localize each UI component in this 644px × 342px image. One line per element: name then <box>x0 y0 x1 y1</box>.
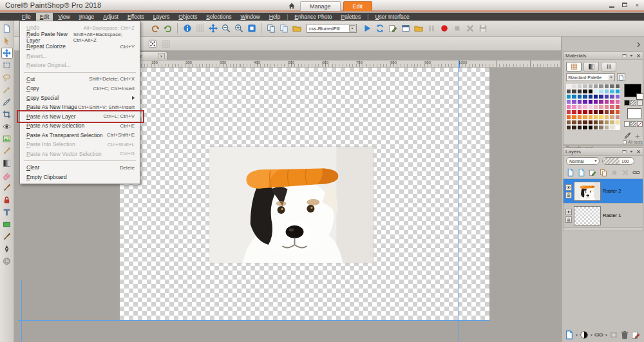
grid-icon[interactable] <box>194 23 205 34</box>
color-swatch[interactable] <box>609 104 614 109</box>
color-swatch[interactable] <box>593 94 598 99</box>
color-swatch[interactable] <box>588 84 593 89</box>
dropdown-caret-icon[interactable] <box>575 332 578 337</box>
menubar-item-objects[interactable]: Objects <box>175 13 201 21</box>
color-swatch[interactable] <box>615 109 620 115</box>
fg-pattern-style-icon[interactable] <box>637 100 643 106</box>
menu-item-paste-as-transparent-selection[interactable]: Paste As Transparent SelectionCtrl+Shift… <box>20 131 140 140</box>
menubar-item-view[interactable]: View <box>54 13 73 21</box>
layer-lock-icon[interactable] <box>565 192 572 198</box>
layer-row-raster-1[interactable]: Raster 1 <box>564 204 643 228</box>
new-vector-layer-icon[interactable] <box>576 167 586 177</box>
color-swatch[interactable] <box>609 125 614 130</box>
layer-opacity-slider[interactable]: 100 <box>602 157 634 165</box>
color-swatch[interactable] <box>582 125 587 130</box>
all-tools-checkbox-box[interactable] <box>623 140 627 144</box>
color-swatch[interactable] <box>615 104 620 109</box>
new-palette-page-icon[interactable] <box>617 73 625 81</box>
color-swatch[interactable] <box>598 99 603 104</box>
background-color-swatch[interactable] <box>627 108 641 119</box>
color-swatch[interactable] <box>582 109 587 115</box>
menu-item-copy[interactable]: CopyCtrl+C; Ctrl+Insert <box>20 84 140 93</box>
menu-item-paste-as-new-image[interactable]: Paste As New ImageCtrl+Shift+V; Shift+In… <box>20 102 140 112</box>
color-swatch[interactable] <box>566 115 571 120</box>
new-layer-icon[interactable] <box>564 330 574 340</box>
color-swatch[interactable] <box>598 94 603 99</box>
pan-tool[interactable] <box>1 23 13 34</box>
color-swatch[interactable] <box>571 120 576 125</box>
red-eye-tool[interactable] <box>1 121 13 132</box>
color-swatch[interactable] <box>598 84 603 89</box>
color-swatch[interactable] <box>598 115 603 120</box>
color-swatch[interactable] <box>582 94 587 99</box>
paste-page-icon[interactable] <box>278 23 289 34</box>
color-swatch[interactable] <box>609 120 614 125</box>
move-tool[interactable] <box>1 48 13 59</box>
color-swatch[interactable] <box>588 109 593 115</box>
close-icon[interactable]: × <box>633 1 641 8</box>
dropdown-caret-icon[interactable] <box>609 75 614 80</box>
color-swatch[interactable] <box>588 99 593 104</box>
color-swatch[interactable] <box>571 104 576 109</box>
vertical-guide-left[interactable] <box>21 280 22 342</box>
adjustment-layer-icon[interactable] <box>579 330 589 340</box>
dropdown-caret-icon[interactable] <box>349 25 355 32</box>
transparency-toggle-icon[interactable] <box>637 121 643 127</box>
selection-tool[interactable] <box>1 60 13 71</box>
color-swatch[interactable] <box>577 89 582 94</box>
script-window-icon[interactable] <box>400 23 411 34</box>
duplicate-layer-icon[interactable] <box>587 167 597 177</box>
color-swatch[interactable] <box>593 120 598 125</box>
color-swatch[interactable] <box>615 94 620 99</box>
color-swatch[interactable] <box>598 109 603 115</box>
workspace-tab-edit[interactable]: Edit <box>343 1 373 11</box>
color-swatch[interactable] <box>598 89 603 94</box>
color-swatch[interactable] <box>566 89 571 94</box>
color-swatch[interactable] <box>593 99 598 104</box>
save-script-icon[interactable] <box>477 23 488 34</box>
dropdown-caret-icon[interactable] <box>594 159 598 164</box>
color-replacer-tool[interactable] <box>1 182 13 193</box>
color-swatch[interactable] <box>615 125 620 130</box>
menubar-item-effects[interactable]: Effects <box>124 13 148 21</box>
redo-icon[interactable] <box>162 23 173 34</box>
menubar-item-adjust[interactable]: Adjust <box>99 13 122 21</box>
swatches-tab-icon[interactable] <box>566 62 582 71</box>
color-swatch[interactable] <box>577 125 582 130</box>
randomize-dice-icon[interactable] <box>147 38 158 49</box>
color-swatch[interactable] <box>571 94 576 99</box>
color-swatch[interactable] <box>604 120 609 125</box>
color-swatch[interactable] <box>604 115 609 120</box>
menubar-item-window[interactable]: Window <box>236 13 263 21</box>
record-script-icon[interactable] <box>439 23 450 34</box>
home-icon[interactable] <box>286 1 298 10</box>
gradient-tool[interactable] <box>1 158 13 169</box>
mesh-warp-tool[interactable] <box>1 256 13 267</box>
color-swatch[interactable] <box>588 104 593 109</box>
color-swatch[interactable] <box>582 99 587 104</box>
color-swatch[interactable] <box>577 99 582 104</box>
color-swatch[interactable] <box>566 84 571 89</box>
edit-selection-icon[interactable] <box>630 330 641 340</box>
palette-select-dropdown[interactable]: Standard Palette <box>566 73 615 81</box>
menu-item-empty-clipboard[interactable]: Empty Clipboard <box>20 173 140 182</box>
pick-tool[interactable] <box>1 35 13 46</box>
fg-gradient-style-icon[interactable] <box>630 100 636 106</box>
color-swatch[interactable] <box>577 120 582 125</box>
link-icon[interactable] <box>594 330 604 340</box>
color-swatch[interactable] <box>566 99 571 104</box>
menubar-item-edit[interactable]: Edit <box>36 13 53 21</box>
pen-tool[interactable] <box>1 243 13 254</box>
color-swatch[interactable] <box>571 109 576 115</box>
color-swatch[interactable] <box>609 84 614 89</box>
menubar-item-user-interface[interactable]: User Interface <box>371 13 413 21</box>
delete-layer-trash-icon[interactable] <box>620 330 630 340</box>
minimize-icon[interactable] <box>607 1 616 8</box>
color-swatch[interactable] <box>615 99 620 104</box>
color-swatch[interactable] <box>577 109 582 115</box>
menu-item-copy-special[interactable]: Copy Special <box>20 93 140 103</box>
edit-script-icon[interactable] <box>387 23 398 34</box>
color-swatch[interactable] <box>604 94 609 99</box>
vertical-guide[interactable] <box>459 60 459 342</box>
color-swatch[interactable] <box>598 120 603 125</box>
